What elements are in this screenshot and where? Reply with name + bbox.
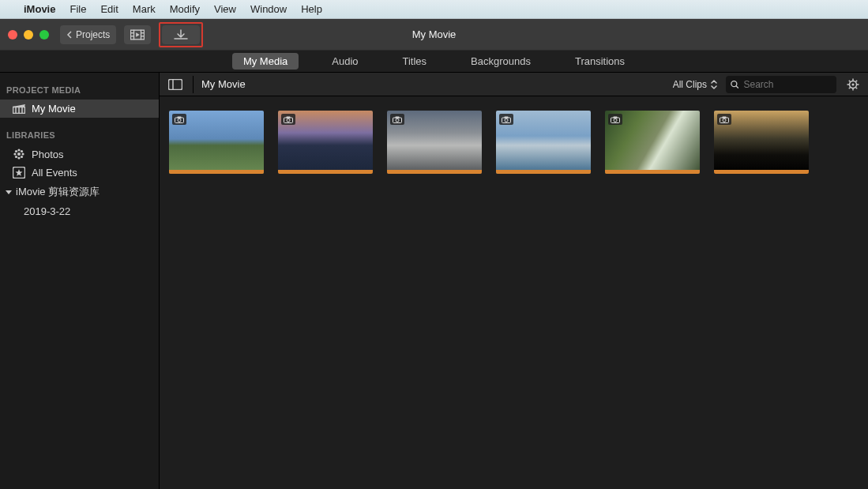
clapperboard-icon bbox=[13, 103, 25, 114]
tab-my-media[interactable]: My Media bbox=[232, 53, 299, 70]
clip-thumbnail[interactable] bbox=[387, 111, 482, 174]
svg-rect-49 bbox=[614, 116, 618, 118]
svg-point-48 bbox=[614, 118, 617, 122]
svg-rect-37 bbox=[178, 116, 182, 118]
search-input[interactable] bbox=[743, 79, 832, 90]
photo-badge bbox=[717, 114, 731, 125]
camera-icon bbox=[175, 116, 184, 123]
menu-edit[interactable]: Edit bbox=[100, 3, 118, 15]
photo-badge bbox=[499, 114, 513, 125]
sidebar-item-all-events[interactable]: All Events bbox=[0, 164, 159, 182]
media-browser: My Movie All Clips bbox=[160, 73, 868, 489]
sidebar-item-project-label: My Movie bbox=[32, 103, 76, 115]
menu-mark[interactable]: Mark bbox=[133, 3, 156, 15]
window-close-button[interactable] bbox=[8, 30, 17, 39]
camera-icon bbox=[720, 116, 729, 123]
star-icon bbox=[13, 167, 25, 179]
sidebar-item-label: 2019-3-22 bbox=[24, 205, 70, 217]
clip-used-indicator bbox=[496, 170, 591, 174]
photo-badge bbox=[172, 114, 186, 125]
clip-thumbnail[interactable] bbox=[169, 111, 264, 174]
menu-view[interactable]: View bbox=[214, 3, 236, 15]
menu-window[interactable]: Window bbox=[250, 3, 287, 15]
clip-used-indicator bbox=[169, 170, 264, 174]
import-arrow-down-icon bbox=[173, 28, 189, 41]
window-minimize-button[interactable] bbox=[24, 30, 33, 39]
clip-used-indicator bbox=[387, 170, 482, 174]
sidebar-item-label: Photos bbox=[32, 149, 63, 160]
sidebar-library-label: iMovie 剪辑资源库 bbox=[16, 185, 100, 199]
menu-file[interactable]: File bbox=[70, 3, 86, 15]
sidebar-item-photos[interactable]: Photos bbox=[0, 145, 159, 164]
menu-modify[interactable]: Modify bbox=[170, 3, 200, 15]
section-header-libraries: LIBRARIES bbox=[0, 126, 159, 145]
disclosure-triangle-down-icon[interactable] bbox=[5, 188, 13, 196]
clip-thumbnail[interactable] bbox=[605, 111, 700, 174]
camera-icon bbox=[502, 116, 511, 123]
clip-filter-dropdown[interactable]: All Clips bbox=[673, 79, 718, 90]
svg-rect-43 bbox=[396, 116, 400, 118]
svg-rect-40 bbox=[287, 116, 291, 118]
clip-filter-label: All Clips bbox=[673, 79, 707, 90]
macos-menubar: iMovie File Edit Mark Modify View Window… bbox=[0, 0, 868, 19]
up-down-chevron-icon bbox=[710, 80, 718, 89]
sidebar-library[interactable]: iMovie 剪辑资源库 bbox=[0, 182, 159, 202]
photos-flower-icon bbox=[13, 148, 25, 160]
media-browser-header: My Movie All Clips bbox=[160, 73, 868, 96]
import-media-button[interactable] bbox=[162, 25, 200, 44]
svg-rect-46 bbox=[505, 116, 509, 118]
window-traffic-lights bbox=[8, 30, 49, 39]
sidebar-item-project[interactable]: My Movie bbox=[0, 100, 159, 118]
tab-titles[interactable]: Titles bbox=[392, 53, 438, 70]
chevron-left-icon bbox=[66, 31, 73, 39]
app-menu[interactable]: iMovie bbox=[24, 3, 55, 15]
clip-thumbnail[interactable] bbox=[278, 111, 373, 174]
svg-line-34 bbox=[849, 87, 851, 88]
app-toolbar: Projects My Movie bbox=[0, 19, 868, 51]
sidebar-item-event[interactable]: 2019-3-22 bbox=[0, 202, 159, 220]
camera-icon bbox=[393, 116, 402, 123]
svg-point-12 bbox=[17, 149, 20, 151]
svg-line-24 bbox=[736, 85, 738, 88]
svg-point-11 bbox=[17, 152, 21, 156]
svg-point-15 bbox=[21, 152, 24, 155]
svg-rect-21 bbox=[169, 79, 182, 89]
clip-used-indicator bbox=[605, 170, 700, 174]
sidebar-toggle-icon bbox=[168, 79, 182, 90]
tab-transitions[interactable]: Transitions bbox=[564, 53, 636, 70]
clip-thumbnail[interactable] bbox=[714, 111, 809, 174]
library-title: My Movie bbox=[201, 78, 246, 90]
section-header-project-media: PROJECT MEDIA bbox=[0, 81, 159, 100]
svg-point-51 bbox=[723, 118, 726, 122]
svg-line-33 bbox=[856, 80, 858, 81]
clip-thumbnail[interactable] bbox=[496, 111, 591, 174]
svg-point-26 bbox=[852, 83, 855, 85]
svg-line-32 bbox=[856, 87, 858, 88]
browser-settings-button[interactable] bbox=[844, 76, 862, 93]
svg-point-17 bbox=[21, 150, 23, 152]
svg-point-45 bbox=[505, 118, 508, 122]
filmstrip-icon bbox=[130, 29, 145, 40]
search-icon bbox=[731, 80, 738, 89]
clip-used-indicator bbox=[278, 170, 373, 174]
divider bbox=[193, 76, 194, 93]
tab-audio[interactable]: Audio bbox=[321, 53, 369, 70]
sidebar-item-label: All Events bbox=[32, 167, 77, 179]
svg-point-18 bbox=[15, 156, 17, 158]
media-tab-bar: My Media Audio Titles Backgrounds Transi… bbox=[0, 51, 868, 73]
projects-back-button[interactable]: Projects bbox=[60, 25, 116, 44]
svg-point-39 bbox=[287, 118, 290, 122]
svg-line-31 bbox=[849, 80, 851, 81]
toggle-sidebar-button[interactable] bbox=[166, 75, 185, 94]
search-box[interactable] bbox=[726, 76, 836, 93]
tab-backgrounds[interactable]: Backgrounds bbox=[460, 53, 542, 70]
import-button-highlight bbox=[159, 22, 203, 47]
main-split: PROJECT MEDIA My Movie LIBRARIES bbox=[0, 73, 868, 489]
svg-point-13 bbox=[17, 156, 20, 159]
window-zoom-button[interactable] bbox=[39, 30, 49, 39]
svg-point-19 bbox=[21, 156, 23, 158]
menu-help[interactable]: Help bbox=[301, 3, 322, 15]
media-view-button[interactable] bbox=[124, 25, 151, 44]
projects-back-label: Projects bbox=[76, 29, 110, 40]
photo-badge bbox=[281, 114, 295, 125]
